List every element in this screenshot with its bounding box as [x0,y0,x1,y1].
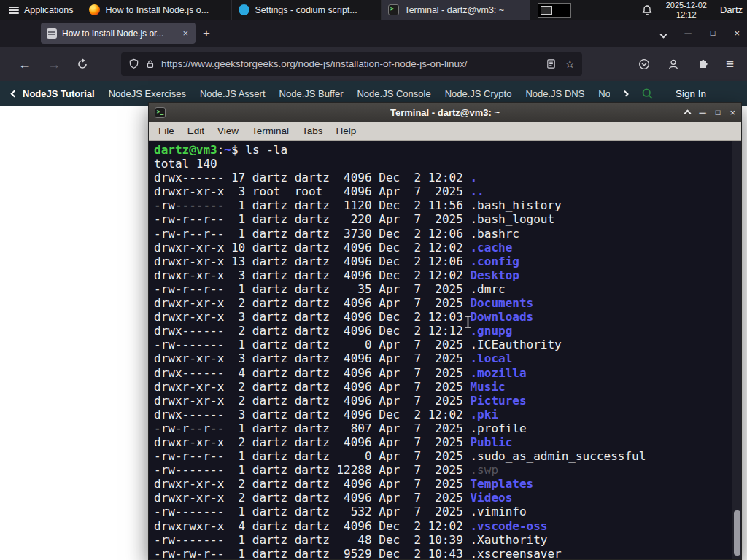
terminal-window-icon [155,107,166,118]
terminal-line: -rw------- 1 dartz dartz 532 Apr 7 2025 … [154,505,731,518]
panel-clock[interactable]: 2025-12-02 12:12 [660,1,713,19]
gfg-nav-item[interactable]: Node.JS Console [357,88,430,99]
terminal-line: drwxrwxr-x 4 dartz dartz 4096 Dec 2 12:0… [154,519,731,533]
file-name: . [470,171,477,184]
lock-icon[interactable] [145,59,155,69]
forward-button[interactable]: → [39,58,69,71]
pager-window-icon [541,6,552,15]
chevron-up-icon [684,110,691,117]
terminal-close-button[interactable]: × [729,108,735,117]
browser-tab-bar: How to Install Node.js or... × + ─ □ × [0,20,747,47]
window-close-button[interactable]: × [734,28,740,38]
applications-menu[interactable]: Applications [0,0,82,20]
terminal-line: drwxr-xr-x 10 dartz dartz 4096 Dec 2 12:… [154,241,731,254]
list-all-tabs-button[interactable] [661,27,666,40]
pocket-icon[interactable] [638,58,650,70]
terminal-menubar: File Edit View Terminal Tabs Help [149,122,741,141]
scrollbar-thumb[interactable] [734,510,740,556]
url-bar[interactable]: https://www.geeksforgeeks.org/node-js/in… [121,52,582,76]
window-minimize-button[interactable]: ─ [685,28,692,38]
terminal-line: -rw-r--r-- 1 dartz dartz 220 Apr 7 2025 … [154,212,731,226]
shield-icon[interactable] [128,58,139,69]
shade-window-button[interactable] [685,106,690,119]
file-name: Templates [470,477,533,491]
menu-terminal[interactable]: Terminal [245,125,295,136]
gfg-nav-item[interactable]: Node.JS DNS [525,88,584,99]
file-name: .. [470,184,484,198]
terminal-line: -rw------- 1 dartz dartz 0 Apr 7 2025 .I… [154,338,731,351]
terminal-line: drwxr-xr-x 2 dartz dartz 4096 Apr 7 2025… [154,435,731,449]
workspace-pager[interactable] [538,3,571,18]
file-name: .bash_history [470,198,561,212]
terminal-line: -rw------- 1 dartz dartz 48 Dec 2 10:39 … [154,533,731,547]
terminal-maximize-button[interactable]: □ [716,109,721,117]
desktop: Applications How to Install Node.js o...… [0,0,747,560]
terminal-line: drwxr-xr-x 3 dartz dartz 4096 Dec 2 12:0… [154,310,731,324]
browser-tab[interactable]: How to Install Node.js or... × [41,23,196,44]
terminal-prompt-line: dartz@vm3:~$ ls -la [154,143,731,157]
applications-icon [9,5,19,15]
search-icon[interactable] [641,88,654,100]
gfg-nav-label: NodeJS Tutorial [23,88,95,99]
window-maximize-button[interactable]: □ [711,29,716,37]
reader-mode-icon[interactable] [546,58,557,69]
browser-toolbar: ← → https://www.geeksforgeeks.org/node-j… [0,47,747,81]
terminal-line: drwxr-xr-x 2 dartz dartz 4096 Apr 7 2025… [154,380,731,394]
menu-edit[interactable]: Edit [181,125,211,136]
taskbar-item-codium[interactable]: Settings - codium script... [231,0,381,20]
terminal-line: drwxr-xr-x 3 dartz dartz 4096 Dec 2 12:0… [154,268,731,282]
prompt-user-host: dartz@vm3 [154,143,217,157]
terminal-line: -rw-rw-r-- 1 dartz dartz 9529 Dec 2 10:4… [154,547,731,559]
new-tab-button[interactable]: + [196,26,217,41]
file-name: .profile [470,421,526,435]
file-name: .config [470,254,519,268]
terminal-titlebar[interactable]: Terminal - dartz@vm3: ~ ─ □ × [149,103,741,122]
menu-help[interactable]: Help [330,125,363,136]
gfg-nav-item[interactable]: NodeJS Exercises [109,88,186,99]
menu-view[interactable]: View [211,125,245,136]
file-name: .xscreensaver [470,547,561,559]
prompt-dollar: $ [231,143,245,157]
account-icon[interactable] [667,58,679,70]
notification-bell-icon[interactable] [641,4,653,16]
file-name: .swp [470,463,498,477]
terminal-line: drwx------ 2 dartz dartz 4096 Dec 2 12:1… [154,324,731,338]
taskbar-item-label: Settings - codium script... [255,5,357,15]
gfg-nav-item[interactable]: Node.JS Buffer [279,88,344,99]
file-name: Music [470,380,505,394]
prompt-command: ls -la [245,143,287,157]
gfg-nav-item[interactable]: Node.JS Crypto [445,88,512,99]
terminal-minimize-button[interactable]: ─ [700,108,706,117]
back-button[interactable]: ← [10,58,39,71]
tab-favicon [47,28,57,39]
gfg-nav-back[interactable]: NodeJS Tutorial [12,88,95,99]
terminal-output[interactable]: dartz@vm3:~$ ls -la total 140 drwx------… [149,141,741,559]
bookmark-star-icon[interactable]: ☆ [565,58,575,71]
terminal-total-line: total 140 [154,157,731,171]
terminal-scrollbar[interactable] [732,141,741,559]
terminal-line: -rw-r--r-- 1 dartz dartz 807 Apr 7 2025 … [154,421,731,435]
terminal-line: -rw-r--r-- 1 dartz dartz 0 Apr 7 2025 .s… [154,449,731,463]
file-name: .cache [470,241,512,254]
file-name: .bashrc [470,227,519,241]
taskbar-item-firefox[interactable]: How to Install Node.js o... [82,0,231,20]
terminal-line: -rw------- 1 dartz dartz 12288 Apr 7 202… [154,463,731,477]
chevron-right-icon[interactable] [623,90,629,96]
sign-in-button[interactable]: Sign In [676,88,706,99]
file-name: .gnupg [470,324,512,338]
menu-hamburger-icon[interactable]: ≡ [726,56,734,72]
terminal-icon [388,4,399,15]
taskbar-item-label: How to Install Node.js o... [105,5,209,15]
gfg-nav-item[interactable]: Node [598,88,610,99]
menu-file[interactable]: File [152,125,181,136]
reload-button[interactable] [69,58,96,70]
extensions-puzzle-icon[interactable] [697,58,708,70]
file-name: .viminfo [470,505,526,518]
tab-close-icon[interactable]: × [181,28,190,39]
terminal-line: drwxr-xr-x 2 dartz dartz 4096 Apr 7 2025… [154,477,731,491]
panel-username: Dartz [713,4,747,15]
menu-tabs[interactable]: Tabs [295,125,330,136]
taskbar-item-terminal[interactable]: Terminal - dartz@vm3: ~ [381,0,530,20]
chevron-down-icon [659,31,667,38]
gfg-nav-item[interactable]: Node.JS Assert [200,88,266,99]
